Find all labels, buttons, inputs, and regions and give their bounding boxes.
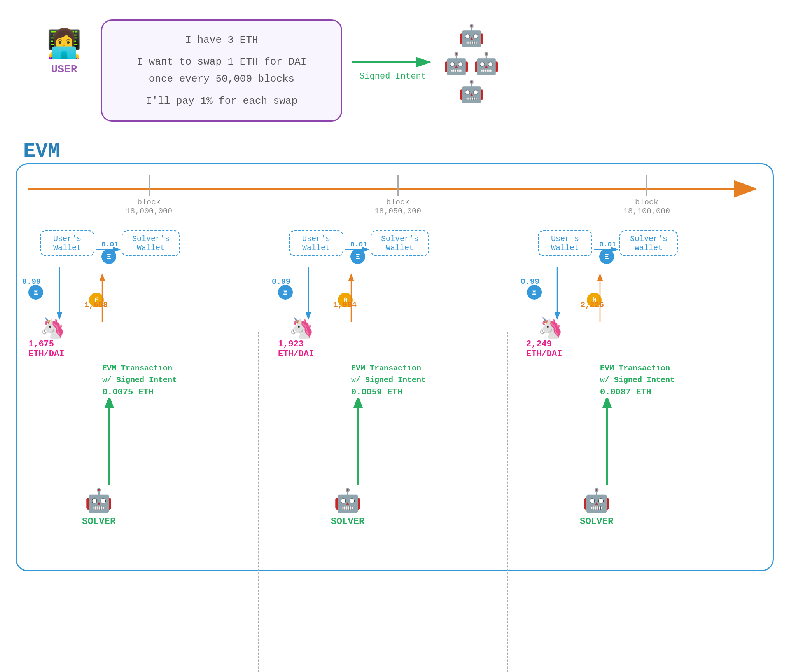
swap2-solver-label: SOLVER xyxy=(331,516,364,527)
swap2-unicorn: 🦄 xyxy=(289,316,314,341)
bots-area: 🤖 🤖 🤖 🤖 xyxy=(443,23,499,105)
swap2-tx-eth: 0.0059 ETH xyxy=(351,387,402,397)
user-area: 👩‍💻 USER xyxy=(47,27,82,75)
swap1-wallet-arrow xyxy=(94,244,124,255)
swap1-solver-label: SOLVER xyxy=(82,516,115,527)
intent-line-3: I'll pay 1% for each swap xyxy=(115,93,329,110)
swap3-unicorn: 🦄 xyxy=(538,316,563,341)
block-marker-1: block18,000,000 xyxy=(126,175,172,216)
block-marker-3: block18,100,000 xyxy=(623,175,670,216)
block-1-label: block18,000,000 xyxy=(126,198,172,216)
swap1-solver-area: 🤖 SOLVER xyxy=(82,487,115,527)
user-emoji: 👩‍💻 xyxy=(47,27,82,62)
intent-box: I have 3 ETH I want to swap 1 ETH for DA… xyxy=(101,19,342,122)
swap3-wallet-arrow xyxy=(592,244,621,255)
swap3-solver-arrow xyxy=(599,398,615,487)
divider-1 xyxy=(258,332,259,672)
signed-intent-label: Signed Intent xyxy=(359,72,426,81)
swap1-users-wallet: User'sWallet xyxy=(40,230,94,256)
swap3-users-wallet: User'sWallet xyxy=(538,230,592,256)
swap3-down-arrow xyxy=(549,265,565,320)
swap3-tx-eth: 0.0087 ETH xyxy=(600,387,651,397)
swap3-solvers-wallet: Solver'sWallet xyxy=(619,230,678,256)
swap1-dai-arrow xyxy=(94,273,110,324)
swap2-users-wallet: User'sWallet xyxy=(289,230,343,256)
swap3-eth-out-label: 0.99 xyxy=(521,277,539,286)
swap2-solvers-wallet: Solver'sWallet xyxy=(371,230,429,256)
bot-bottom: 🤖 xyxy=(458,79,485,105)
swap1-solver-arrow xyxy=(101,398,117,487)
block-marker-2: block18,050,000 xyxy=(374,175,421,216)
block-3-label: block18,100,000 xyxy=(623,198,670,216)
swap1-unicorn: 🦄 xyxy=(40,316,65,341)
swap2-wallet-arrow xyxy=(343,244,373,255)
swap2-solver-emoji: 🤖 xyxy=(334,487,362,515)
divider-2 xyxy=(507,332,508,672)
swap1-tx-eth: 0.0075 ETH xyxy=(102,387,154,397)
swap2-dai-arrow xyxy=(343,273,359,324)
bot-top-right: 🤖 xyxy=(458,23,485,49)
swap3-pool-rate: 2,249ETH/DAI xyxy=(526,339,562,359)
evm-box: block18,000,000 block18,050,000 block18,… xyxy=(16,163,774,571)
swap2-solver-area: 🤖 SOLVER xyxy=(331,487,364,527)
swap2-eth-out-coin: Ξ xyxy=(278,285,293,300)
swap3-solver-emoji: 🤖 xyxy=(583,487,611,515)
top-section: 👩‍💻 USER I have 3 ETH I want to swap 1 E… xyxy=(0,12,789,136)
swap2-tx-label: EVM Transactionw/ Signed Intent0.0059 ET… xyxy=(351,363,426,399)
block-2-label: block18,050,000 xyxy=(374,198,421,216)
swap3-solver-label: SOLVER xyxy=(580,516,613,527)
evm-label: EVM xyxy=(23,140,60,163)
swap1-solver-emoji: 🤖 xyxy=(85,487,113,515)
signed-intent-arrow xyxy=(350,54,436,70)
swap1-eth-out-coin: Ξ xyxy=(28,285,43,300)
intent-line-1: I have 3 ETH xyxy=(115,31,329,49)
swap2-eth-out-label: 0.99 xyxy=(272,277,290,286)
swap1-down-arrow xyxy=(52,265,67,320)
swap2-pool-rate: 1,923ETH/DAI xyxy=(278,339,314,359)
swap1-tx-label: EVM Transactionw/ Signed Intent0.0075 ET… xyxy=(102,363,177,399)
swap3-solver-area: 🤖 SOLVER xyxy=(580,487,613,527)
swap2-down-arrow xyxy=(301,265,316,320)
swap1-eth-out-label: 0.99 xyxy=(22,277,41,286)
swap3-tx-label: EVM Transactionw/ Signed Intent0.0087 ET… xyxy=(600,363,675,399)
signed-intent-area: Signed Intent xyxy=(350,54,436,81)
intent-line-2: I want to swap 1 ETH for DAIonce every 5… xyxy=(115,53,329,87)
bot-mid-left: 🤖 xyxy=(443,51,469,77)
swap3-dai-arrow xyxy=(592,273,608,324)
swap3-eth-out-coin: Ξ xyxy=(527,285,542,300)
swap1-pool-rate: 1,675ETH/DAI xyxy=(28,339,64,359)
swap1-solvers-wallet: Solver'sWallet xyxy=(122,230,180,256)
user-label: USER xyxy=(51,63,77,75)
bot-mid-right: 🤖 xyxy=(473,51,499,77)
swap2-solver-arrow xyxy=(350,398,366,487)
